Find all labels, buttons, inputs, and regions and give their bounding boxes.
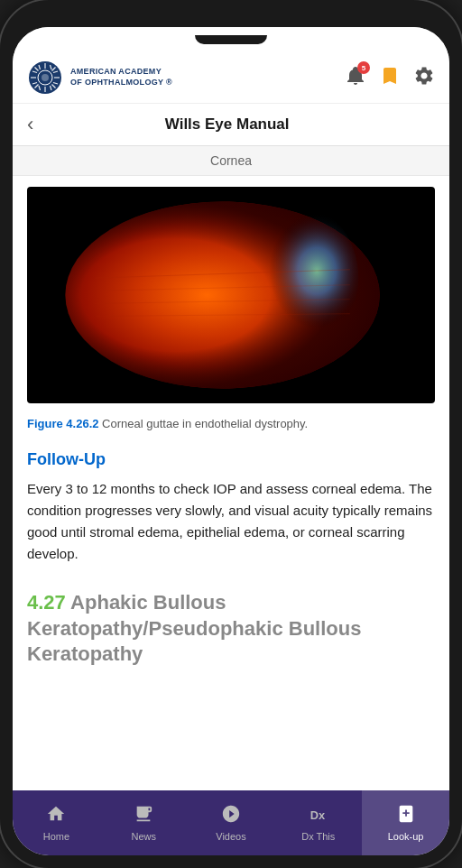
- chapter-heading: 4.27 Aphakic Bullous Keratopathy/Pseudop…: [13, 579, 449, 682]
- figure-container: [27, 187, 435, 403]
- bookmark-button[interactable]: [379, 65, 401, 90]
- nav-dx-this[interactable]: Dx Dx This: [274, 790, 362, 855]
- nav-news[interactable]: News: [100, 790, 188, 855]
- page-title: Wills Eye Manual: [41, 115, 435, 134]
- section-breadcrumb: Cornea: [13, 146, 449, 176]
- gear-icon: [413, 65, 435, 87]
- figure-number: Figure 4.26.2: [27, 417, 98, 430]
- logo-area: AMERICAN ACADEMY OF OPHTHALMOLOGY ®: [27, 60, 172, 96]
- phone-shell: AMERICAN ACADEMY OF OPHTHALMOLOGY ® 5: [0, 0, 462, 868]
- eye-image: [27, 187, 435, 403]
- svg-text:Dx: Dx: [310, 808, 326, 822]
- nav-videos[interactable]: Videos: [188, 790, 275, 855]
- nav-videos-label: Videos: [216, 831, 245, 842]
- page-nav: ‹ Wills Eye Manual: [13, 104, 449, 146]
- aao-logo-icon: [27, 60, 63, 96]
- nav-news-label: News: [131, 831, 156, 842]
- nav-look-up-label: Look-up: [388, 831, 424, 842]
- svg-point-22: [239, 206, 358, 350]
- content-area[interactable]: Figure 4.26.2 Corneal guttae in endothel…: [13, 176, 449, 790]
- follow-up-body: Every 3 to 12 months to check IOP and as…: [13, 475, 449, 579]
- nav-home[interactable]: Home: [13, 790, 100, 855]
- svg-point-18: [42, 74, 49, 81]
- notification-bell[interactable]: 5: [345, 65, 366, 90]
- phone-screen: AMERICAN ACADEMY OF OPHTHALMOLOGY ® 5: [13, 27, 449, 855]
- bottom-nav: Home News Videos Dx Dx This: [13, 790, 449, 855]
- app-header: AMERICAN ACADEMY OF OPHTHALMOLOGY ® 5: [13, 52, 449, 104]
- org-name-text: AMERICAN ACADEMY OF OPHTHALMOLOGY ®: [70, 67, 172, 88]
- dx-icon: Dx: [309, 804, 328, 828]
- notification-badge: 5: [357, 61, 370, 74]
- back-button[interactable]: ‹: [27, 113, 33, 136]
- play-icon: [221, 804, 241, 828]
- status-bar: [13, 27, 449, 52]
- bookmark-icon: [379, 65, 401, 87]
- figure-caption: Figure 4.26.2 Corneal guttae in endothel…: [13, 411, 449, 443]
- lookup-icon: [396, 804, 416, 828]
- follow-up-heading: Follow-Up: [13, 443, 449, 475]
- nav-look-up[interactable]: Look-up: [362, 790, 449, 855]
- chapter-title: Aphakic Bullous Keratopathy/Pseudophakic…: [27, 591, 361, 665]
- header-icons: 5: [345, 65, 435, 90]
- news-icon: [134, 804, 153, 828]
- nav-home-label: Home: [43, 831, 69, 842]
- nav-dx-this-label: Dx This: [301, 831, 335, 842]
- home-icon: [46, 804, 66, 828]
- figure-caption-text: Corneal guttae in endothelial dystrophy.: [98, 417, 308, 430]
- settings-button[interactable]: [413, 65, 435, 90]
- notch: [195, 35, 267, 44]
- chapter-number: 4.27: [27, 591, 66, 614]
